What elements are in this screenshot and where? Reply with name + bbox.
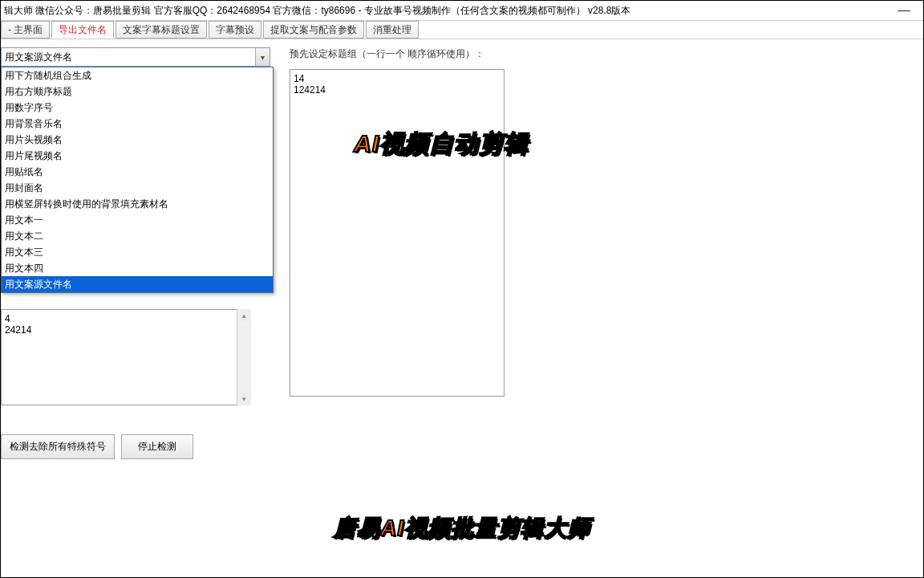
combo-option[interactable]: 用文本一 xyxy=(2,212,273,228)
tab-4[interactable]: 提取文案与配音参数 xyxy=(263,21,364,39)
titlebar: 辑大师 微信公众号：唐易批量剪辑 官方客服QQ：2642468954 官方微信：… xyxy=(1,1,923,20)
combo-option[interactable]: 用片头视频名 xyxy=(2,132,273,148)
combo-option[interactable]: 用片尾视频名 xyxy=(2,148,273,164)
combo-option[interactable]: 用封面名 xyxy=(2,180,273,196)
title-text: 辑大师 微信公众号：唐易批量剪辑 官方客服QQ：2642468954 官方微信：… xyxy=(4,4,630,18)
left-column: ▾ 用下方随机组合生成用右方顺序标题用数字序号用背景音乐名用片头视频名用片尾视频… xyxy=(1,47,270,67)
tab-5[interactable]: 消重处理 xyxy=(366,21,419,39)
tab-1[interactable]: 导出文件名 xyxy=(51,21,114,39)
chevron-down-icon[interactable]: ▾ xyxy=(255,48,270,66)
tabs: - 主界面导出文件名文案字幕标题设置字幕预设提取文案与配音参数消重处理 xyxy=(1,20,923,39)
right-column: 预先设定标题组（一行一个 顺序循环使用）： xyxy=(290,47,505,400)
left-textarea[interactable] xyxy=(1,309,251,405)
combo-option[interactable]: 用右方顺序标题 xyxy=(2,83,273,100)
overlay-caption-2: 唐易AI视频批量剪辑大师 xyxy=(334,513,590,543)
combo-option[interactable]: 用数字序号 xyxy=(2,100,273,116)
stop-check-button[interactable]: 停止检测 xyxy=(121,434,193,459)
combo-option[interactable]: 用文本三 xyxy=(2,244,273,260)
combo-option[interactable]: 用文本二 xyxy=(2,228,273,244)
combo-option[interactable]: 用文本四 xyxy=(2,260,273,276)
combo-option[interactable]: 用下方随机组合生成 xyxy=(2,67,273,83)
scroll-down-icon[interactable]: ▾ xyxy=(237,393,251,405)
button-row: 检测去除所有特殊符号 停止检测 xyxy=(1,434,193,459)
combo-dropdown[interactable]: 用下方随机组合生成用右方顺序标题用数字序号用背景音乐名用片头视频名用片尾视频名用… xyxy=(1,67,274,293)
scroll-up-icon[interactable]: ▴ xyxy=(237,309,251,322)
check-remove-button[interactable]: 检测去除所有特殊符号 xyxy=(1,434,115,459)
combo-option[interactable]: 用贴纸名 xyxy=(2,164,273,180)
combo-option[interactable]: 用横竖屏转换时使用的背景填充素材名 xyxy=(2,196,273,212)
title-group-textarea[interactable] xyxy=(290,69,505,397)
combo-option[interactable]: 用文案源文件名 xyxy=(2,276,273,292)
combo-option[interactable]: 用背景音乐名 xyxy=(2,116,273,132)
right-label: 预先设定标题组（一行一个 顺序循环使用）： xyxy=(290,47,505,61)
minimize-button[interactable]: — xyxy=(888,3,920,18)
scrollbar[interactable]: ▴ ▾ xyxy=(237,309,251,405)
tab-2[interactable]: 文案字幕标题设置 xyxy=(116,21,207,39)
combo-input[interactable] xyxy=(2,48,255,66)
filename-source-combo[interactable]: ▾ xyxy=(1,47,270,67)
tab-3[interactable]: 字幕预设 xyxy=(209,21,261,39)
tab-0[interactable]: - 主界面 xyxy=(1,21,50,39)
content-area: ▾ 用下方随机组合生成用右方顺序标题用数字序号用背景音乐名用片头视频名用片尾视频… xyxy=(1,39,923,577)
